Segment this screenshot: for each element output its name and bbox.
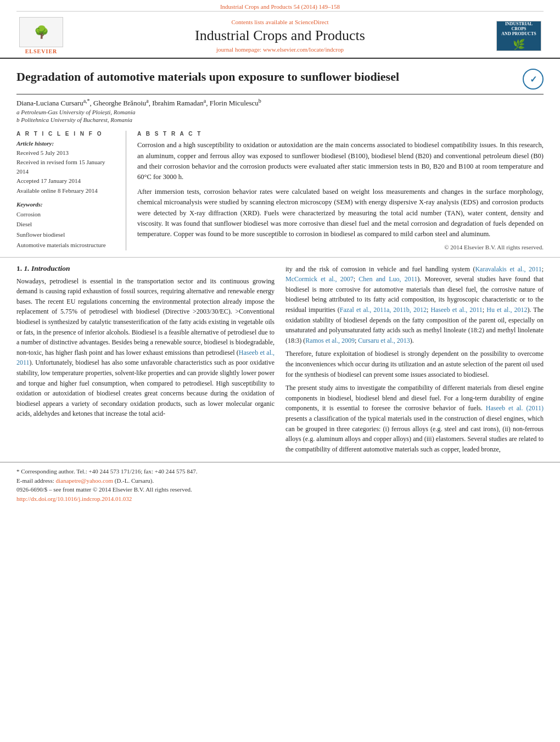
introduction-heading: 1. 1. Introduction	[16, 264, 275, 273]
journal-logo-line2: AND PRODUCTS	[501, 31, 536, 36]
affiliation-a: a Petroleum-Gas University of Ploiești, …	[16, 109, 544, 115]
elsevier-logo-box: 🌳	[19, 17, 63, 47]
article-info-label: A R T I C L E I N F O	[16, 131, 118, 137]
crossmark-badge: ✓	[523, 69, 544, 90]
affiliation-a-text: a Petroleum-Gas University of Ploiești, …	[16, 109, 136, 115]
intro-paragraph-4: The present study aims to investigate th…	[285, 383, 544, 454]
article-title: Degradation of automotive materials upon…	[16, 69, 516, 85]
abstract-text: Corrosion and a high susceptibility to o…	[137, 140, 544, 239]
journal-title: Industrial Crops and Products	[66, 27, 494, 44]
footnote-section: * Corresponding author. Tel.: +40 244 57…	[0, 462, 560, 505]
elsevier-logo: 🌳 ELSEVIER	[16, 17, 66, 54]
chen-ref[interactable]: Chen and Luo, 2011	[359, 275, 417, 283]
issn-text: 0926-6690/$ – see front matter © 2014 El…	[16, 486, 192, 493]
copyright-line: © 2014 Elsevier B.V. All rights reserved…	[137, 244, 544, 250]
history-title: Article history:	[16, 140, 118, 147]
fazal-ref[interactable]: Fazal et al., 2011a, 2011b, 2012	[340, 306, 427, 314]
affiliation-b: b Politehnica University of Bucharest, R…	[16, 116, 544, 123]
introduction-label: 1. Introduction	[24, 264, 70, 272]
email-suffix: (D.-L. Cursaru).	[113, 477, 154, 484]
email-link[interactable]: dianapetre@yahoo.com	[55, 477, 113, 484]
affiliation-b-text: b Politehnica University of Bucharest, R…	[16, 116, 132, 123]
article-info-column: A R T I C L E I N F O Article history: R…	[16, 131, 126, 250]
journal-logo-icon: 🌿	[513, 38, 525, 51]
elsevier-label: ELSEVIER	[25, 48, 58, 54]
available-date: Available online 8 February 2014	[16, 186, 118, 196]
intro-paragraph-3: Therefore, future exploitation of biodie…	[285, 349, 544, 380]
email-label: E-mail address:	[16, 477, 55, 484]
article-history-block: Article history: Received 5 July 2013 Re…	[16, 140, 118, 195]
journal-logo-line1: INDUSTRIAL CROPS	[499, 21, 539, 31]
keywords-title: Keywords:	[16, 201, 118, 208]
contents-prefix: Contents lists available at	[231, 19, 294, 25]
authors-line: Diana-Luciana Cursarua,*, Gheorghe Brăno…	[16, 98, 544, 108]
keyword-1: Corrosion	[16, 209, 118, 220]
journal-citation: Industrial Crops and Products 54 (2014) …	[220, 3, 340, 10]
article-content: Degradation of automotive materials upon…	[0, 69, 560, 250]
journal-citation-bar: Industrial Crops and Products 54 (2014) …	[16, 0, 544, 12]
body-right-column: ity and the risk of corrosion in vehicle…	[285, 264, 544, 458]
cursaru-ref[interactable]: Cursaru et al., 2013	[358, 337, 410, 344]
sciencedirect-line: Contents lists available at ScienceDirec…	[66, 19, 494, 25]
section-number: 1.	[16, 264, 22, 272]
page: Industrial Crops and Products 54 (2014) …	[0, 0, 560, 742]
homepage-prefix: journal homepage:	[216, 46, 263, 53]
haseeb-ref-2[interactable]: Haseeb et al., 2011	[430, 306, 482, 314]
footnote-corresponding: * Corresponding author. Tel.: +40 244 57…	[16, 467, 544, 476]
intro-paragraph-2: ity and the risk of corrosion in vehicle…	[285, 264, 544, 346]
homepage-link[interactable]: www.elsevier.com/locate/indcrop	[263, 46, 344, 53]
mccormick-ref[interactable]: McCormick et al., 2007	[285, 275, 354, 283]
karavalakis-ref[interactable]: Karavalakis et al., 2011	[475, 265, 541, 273]
abstract-label: A B S T R A C T	[137, 131, 544, 137]
authors-text: Diana-Luciana Cursarua,*, Gheorghe Brăno…	[16, 99, 261, 107]
doi-link[interactable]: http://dx.doi.org/10.1016/j.indcrop.2014…	[16, 495, 132, 502]
abstract-p2: After immersion tests, corrosion behavio…	[137, 187, 544, 240]
journal-logo-box: INDUSTRIAL CROPS AND PRODUCTS 🌿	[496, 21, 541, 51]
abstract-p1: Corrosion and a high susceptibility to o…	[137, 140, 544, 183]
keyword-4: Automotive materials microstructure	[16, 240, 118, 250]
journal-homepage-line: journal homepage: www.elsevier.com/locat…	[66, 46, 494, 53]
ramos-ref[interactable]: Ramos et al., 2009	[305, 337, 355, 344]
keyword-2: Diesel	[16, 219, 118, 230]
haseeb-ref-3[interactable]: Haseeb et al. (2011)	[486, 404, 544, 412]
sciencedirect-link-text[interactable]: ScienceDirect	[295, 19, 329, 25]
haseeb-ref-1[interactable]: Haseeb et al., 2011	[16, 349, 275, 367]
intro-paragraph-1: Nowadays, petrodiesel is essential in th…	[16, 276, 275, 419]
body-left-column: 1. 1. Introduction Nowadays, petrodiesel…	[16, 264, 275, 458]
keyword-3: Sunflower biodiesel	[16, 230, 118, 240]
abstract-column: A B S T R A C T Corrosion and a high sus…	[137, 131, 544, 250]
article-info-abstract: A R T I C L E I N F O Article history: R…	[16, 131, 544, 250]
footnote-issn: 0926-6690/$ – see front matter © 2014 El…	[16, 485, 544, 494]
revised-date: Received in revised form 15 January 2014	[16, 158, 118, 176]
journal-logo-right: INDUSTRIAL CROPS AND PRODUCTS 🌿	[494, 21, 544, 51]
divider	[0, 257, 560, 258]
journal-center: Contents lists available at ScienceDirec…	[66, 19, 494, 53]
accepted-date: Accepted 17 January 2014	[16, 176, 118, 186]
body-content: 1. 1. Introduction Nowadays, petrodiesel…	[0, 264, 560, 458]
footnote-doi: http://dx.doi.org/10.1016/j.indcrop.2014…	[16, 494, 544, 504]
journal-header: 🌳 ELSEVIER Contents lists available at S…	[0, 12, 560, 59]
article-title-section: Degradation of automotive materials upon…	[16, 69, 544, 94]
hu-ref[interactable]: Hu et al., 2012	[486, 306, 527, 314]
received-date: Received 5 July 2013	[16, 148, 118, 158]
keywords-block: Keywords: Corrosion Diesel Sunflower bio…	[16, 201, 118, 250]
footnote-email: E-mail address: dianapetre@yahoo.com (D.…	[16, 476, 544, 486]
elsevier-tree-icon: 🌳	[34, 25, 49, 40]
